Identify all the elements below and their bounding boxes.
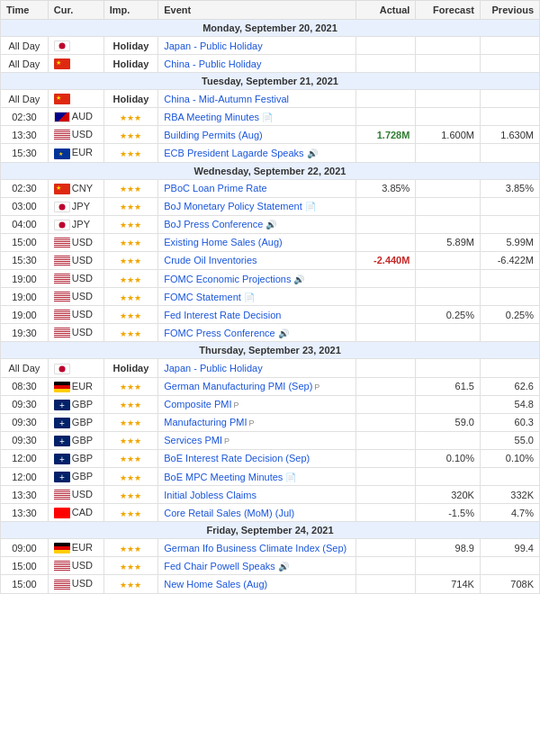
cell-importance: ★★★: [104, 215, 158, 233]
cell-event[interactable]: German Ifo Business Climate Index (Sep): [158, 539, 356, 557]
cell-forecast: 98.9: [416, 539, 481, 557]
table-row: 15:30USD★★★Crude Oil Inventories-2.440M-…: [1, 251, 540, 269]
cell-forecast: 0.25%: [416, 306, 481, 324]
event-name[interactable]: Building Permits (Aug): [164, 130, 262, 140]
importance-stars: ★★★: [120, 202, 141, 212]
cell-currency: GBP: [48, 413, 104, 431]
cell-event[interactable]: Initial Jobless Claims: [158, 486, 356, 504]
cell-event[interactable]: Japan - Public Holiday: [158, 37, 356, 55]
event-name[interactable]: Crude Oil Inventories: [164, 255, 256, 266]
table-row: 03:00JPY★★★BoJ Monetary Policy Statement…: [1, 197, 540, 215]
day-label: Thursday, September 23, 2021: [1, 342, 540, 359]
event-name[interactable]: Japan - Public Holiday: [164, 40, 262, 51]
event-name[interactable]: China - Public Holiday: [164, 58, 261, 69]
event-name[interactable]: Core Retail Sales (MoM) (Jul): [164, 508, 294, 518]
flag-icon: [54, 310, 70, 320]
cell-forecast: [416, 215, 481, 233]
event-name[interactable]: FOMC Economic Projections: [164, 274, 291, 284]
cell-time: 15:30: [1, 251, 49, 269]
cell-previous: [480, 557, 539, 575]
cell-previous: 55.0: [480, 431, 539, 449]
previous-value: 5.99M: [506, 237, 534, 248]
event-name[interactable]: FOMC Statement: [164, 292, 241, 302]
cell-event[interactable]: New Home Sales (Aug): [158, 575, 356, 593]
cell-currency: GBP: [48, 467, 104, 485]
cell-actual: [356, 197, 416, 215]
cell-event[interactable]: Fed Interest Rate Decision: [158, 306, 356, 324]
cell-event[interactable]: FOMC Press Conference🔊: [158, 324, 356, 342]
event-name[interactable]: New Home Sales (Aug): [164, 579, 267, 590]
cell-event[interactable]: Fed Chair Powell Speaks🔊: [158, 557, 356, 575]
forecast-value: 59.0: [455, 417, 474, 428]
table-row: 19:00USD★★★FOMC Statement📄: [1, 288, 540, 306]
cell-event[interactable]: Composite PMIP: [158, 395, 356, 413]
cell-importance: Holiday: [104, 90, 158, 108]
cell-forecast: [416, 197, 481, 215]
event-name[interactable]: BoJ Monetary Policy Statement: [164, 201, 302, 212]
flag-icon: [54, 256, 70, 266]
event-name[interactable]: Fed Interest Rate Decision: [164, 310, 281, 320]
cell-actual: [356, 413, 416, 431]
day-label: Friday, September 24, 2021: [1, 522, 540, 539]
cell-event[interactable]: ECB President Lagarde Speaks🔊: [158, 144, 356, 162]
cell-event[interactable]: PBoC Loan Prime Rate: [158, 179, 356, 197]
cell-event[interactable]: China - Public Holiday: [158, 55, 356, 73]
day-header: Monday, September 20, 2021: [1, 20, 540, 37]
holiday-label: Holiday: [113, 363, 149, 374]
event-name[interactable]: FOMC Press Conference: [164, 328, 274, 338]
cell-time: 09:30: [1, 395, 49, 413]
flag-icon: [54, 400, 70, 410]
event-name[interactable]: BoE Interest Rate Decision (Sep): [164, 453, 310, 464]
cell-actual: [356, 377, 416, 395]
currency-label: GBP: [72, 453, 93, 464]
cell-currency: USD: [48, 486, 104, 504]
audio-icon: 🔊: [293, 274, 304, 284]
flag-icon: [54, 508, 70, 518]
audio-icon: 🔊: [278, 328, 289, 338]
cell-event[interactable]: FOMC Economic Projections🔊: [158, 270, 356, 288]
event-name[interactable]: BoJ Press Conference: [164, 219, 263, 230]
event-name[interactable]: RBA Meeting Minutes: [164, 112, 259, 122]
cell-previous: 0.25%: [480, 306, 539, 324]
cell-forecast: [416, 431, 481, 449]
event-name[interactable]: Initial Jobless Claims: [164, 490, 256, 500]
cell-event[interactable]: Building Permits (Aug): [158, 126, 356, 144]
cell-event[interactable]: FOMC Statement📄: [158, 288, 356, 306]
cell-event[interactable]: Japan - Public Holiday: [158, 359, 356, 377]
cell-event[interactable]: BoE MPC Meeting Minutes📄: [158, 467, 356, 485]
cell-event[interactable]: BoJ Press Conference🔊: [158, 215, 356, 233]
cell-event[interactable]: BoE Interest Rate Decision (Sep): [158, 449, 356, 467]
cell-event[interactable]: Existing Home Sales (Aug): [158, 233, 356, 251]
cell-event[interactable]: Crude Oil Inventories: [158, 251, 356, 269]
cell-event[interactable]: Services PMIP: [158, 431, 356, 449]
event-name[interactable]: German Manufacturing PMI (Sep): [164, 381, 312, 392]
event-name[interactable]: Services PMI: [164, 435, 222, 446]
forecast-value: 714K: [451, 579, 474, 590]
event-name[interactable]: PBoC Loan Prime Rate: [164, 183, 266, 194]
cell-event[interactable]: BoJ Monetary Policy Statement📄: [158, 197, 356, 215]
event-name[interactable]: BoE MPC Meeting Minutes: [164, 472, 283, 482]
cell-event[interactable]: China - Mid-Autumn Festival: [158, 90, 356, 108]
currency-label: USD: [72, 129, 93, 140]
cell-forecast: -1.5%: [416, 504, 481, 522]
event-name[interactable]: Existing Home Sales (Aug): [164, 237, 282, 248]
previous-value: 3.85%: [506, 183, 534, 194]
cell-event[interactable]: RBA Meeting Minutes📄: [158, 108, 356, 126]
cell-event[interactable]: Manufacturing PMIP: [158, 413, 356, 431]
preliminary-icon: P: [233, 400, 238, 410]
cell-previous: [480, 108, 539, 126]
currency-label: USD: [72, 237, 93, 248]
event-name[interactable]: German Ifo Business Climate Index (Sep): [164, 543, 346, 554]
event-name[interactable]: Manufacturing PMI: [164, 417, 247, 428]
event-name[interactable]: Japan - Public Holiday: [164, 363, 262, 374]
previous-value: 4.7%: [511, 508, 534, 518]
event-name[interactable]: China - Mid-Autumn Festival: [164, 94, 289, 104]
flag-icon: [54, 543, 70, 554]
event-name[interactable]: Fed Chair Powell Speaks: [164, 561, 275, 572]
cell-currency: [48, 55, 104, 73]
cell-event[interactable]: Core Retail Sales (MoM) (Jul): [158, 504, 356, 522]
event-name[interactable]: Composite PMI: [164, 399, 231, 410]
cell-event[interactable]: German Manufacturing PMI (Sep)P: [158, 377, 356, 395]
event-name[interactable]: ECB President Lagarde Speaks: [164, 148, 303, 158]
cell-importance: ★★★: [104, 504, 158, 522]
